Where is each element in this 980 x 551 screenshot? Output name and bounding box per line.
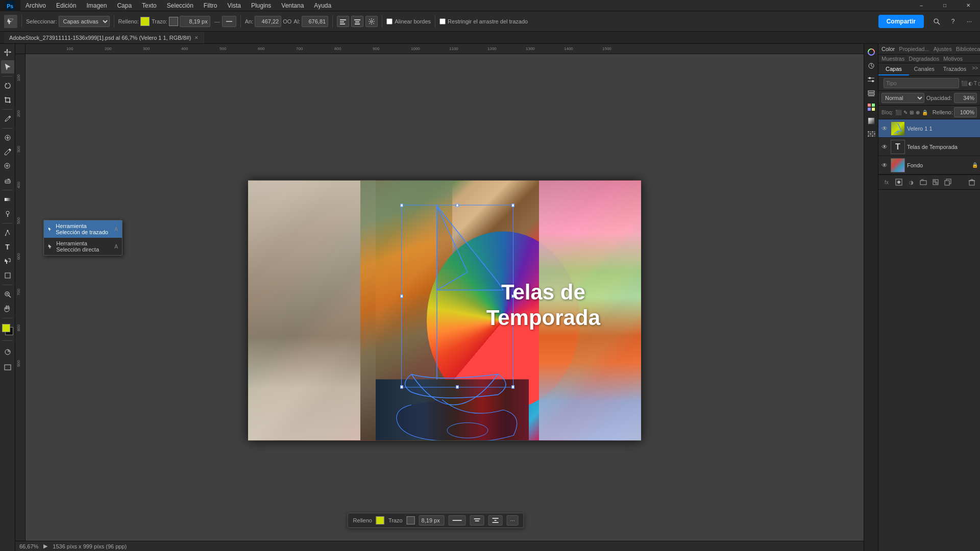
filter-shape-icon[interactable]: ◻ [978, 81, 980, 86]
zoom-tool[interactable] [1, 288, 14, 301]
color-panel-icon[interactable] [865, 46, 877, 58]
swatches-panel-label[interactable]: Muestras [881, 56, 904, 62]
layer-item-fondo[interactable]: 👁 Fondo 🔒 [878, 156, 980, 174]
menu-ayuda[interactable]: Ayuda [309, 0, 336, 11]
paths-tab[interactable]: Trazados [940, 63, 970, 76]
close-button[interactable]: ✕ [957, 0, 980, 11]
type-tool[interactable]: T [1, 240, 14, 254]
libraries-panel-label[interactable]: Bibliotecas [956, 46, 980, 52]
menu-imagen[interactable]: Imagen [81, 0, 112, 11]
opacity-input[interactable] [954, 93, 977, 103]
hand-tool[interactable] [1, 302, 14, 315]
selector-dropdown[interactable]: Capas activas [59, 16, 110, 27]
menu-plugins[interactable]: Plugins [246, 0, 276, 11]
menu-seleccion[interactable]: Selección [162, 0, 199, 11]
ellipsis-toolbar-btn[interactable]: ··· [963, 15, 976, 28]
layers-search-input[interactable] [884, 78, 959, 88]
align-left-btn[interactable] [337, 16, 349, 27]
healing-tool[interactable] [1, 131, 14, 144]
layer-item-text[interactable]: 👁 T Telas de Temporada [878, 138, 980, 156]
inline-stroke-swatch[interactable] [407, 516, 415, 524]
layer-copy-btn[interactable] [943, 177, 953, 187]
filter-type-icon[interactable]: T [974, 81, 977, 86]
fill-color-swatch[interactable] [140, 17, 150, 26]
path-selection-menu-item[interactable]: Herramienta Selección de trazado A [44, 220, 122, 238]
inline-stroke-style[interactable] [449, 515, 466, 525]
brush-tool[interactable] [1, 145, 14, 159]
gradients-panel-icon[interactable] [865, 115, 877, 127]
lock-artboard-icon[interactable]: ⊞ [910, 110, 914, 115]
layer-delete-btn[interactable] [967, 177, 977, 187]
adjustments-panel-icon[interactable] [865, 73, 877, 86]
filter-adjust-icon[interactable]: ◐ [968, 81, 973, 86]
crop-tool[interactable] [1, 93, 14, 107]
gradients-panel-label[interactable]: Degradados [909, 56, 939, 62]
layer-vis-text[interactable]: 👁 [880, 143, 889, 151]
layer-adjustment-btn[interactable]: ◑ [906, 177, 916, 187]
layer-vis-velero[interactable]: 👁 [880, 124, 889, 133]
adjustments-panel-label[interactable]: Ajustes [934, 46, 952, 52]
tab-close-btn[interactable]: ✕ [194, 35, 199, 40]
blend-mode-select[interactable]: Normal [881, 93, 924, 103]
menu-archivo[interactable]: Archivo [20, 0, 51, 11]
patterns-panel-label[interactable]: Motivos [943, 56, 963, 62]
layers-tab[interactable]: Capas [878, 63, 909, 76]
gradient-tool[interactable] [1, 193, 14, 206]
stroke-color-swatch[interactable] [169, 17, 178, 26]
menu-texto[interactable]: Texto [137, 0, 162, 11]
layers-expand-btn[interactable]: >> [970, 63, 980, 76]
direct-selection-menu-item[interactable]: Herramienta Selección directa A [44, 238, 122, 255]
channels-tab[interactable]: Canales [909, 63, 940, 76]
psd-canvas[interactable]: Telas de Temporada [248, 181, 641, 441]
width-input[interactable] [255, 16, 281, 27]
patterns-panel-icon[interactable] [865, 129, 877, 141]
swatches-panel-icon[interactable] [865, 101, 877, 113]
inline-fill-swatch[interactable] [376, 516, 384, 524]
help-toolbar-btn[interactable]: ? [946, 15, 960, 28]
inline-align-btn[interactable] [470, 515, 484, 525]
document-tab[interactable]: AdobeStock_273911111-1536x999[1].psd al … [4, 32, 204, 43]
color-panel-label[interactable]: Color [881, 46, 895, 52]
layer-fx-btn[interactable]: fx [881, 177, 892, 187]
search-toolbar-btn[interactable] [930, 15, 943, 28]
clone-tool[interactable] [1, 160, 14, 173]
libraries-panel-icon[interactable] [865, 87, 877, 99]
filter-pixel-icon[interactable]: ⬛ [961, 81, 967, 86]
layer-vis-fondo[interactable]: 👁 [880, 161, 889, 169]
minimize-button[interactable]: – [910, 0, 933, 11]
menu-filtro[interactable]: Filtro [199, 0, 223, 11]
layer-mask-btn[interactable] [894, 177, 904, 187]
stroke-size-input[interactable] [180, 16, 210, 27]
height-input[interactable] [302, 16, 328, 27]
maximize-button[interactable]: □ [933, 0, 957, 11]
shape-tool[interactable] [1, 269, 14, 282]
move-tool[interactable] [1, 46, 14, 59]
menu-edicion[interactable]: Edición [51, 0, 81, 11]
lock-px-icon[interactable]: ⬛ [895, 110, 901, 115]
eraser-tool[interactable] [1, 174, 14, 187]
properties-panel-label[interactable]: Propiedad... [899, 46, 929, 52]
stroke-style-btn[interactable] [222, 16, 236, 27]
eyedropper-tool[interactable] [1, 112, 14, 126]
inline-more-btn[interactable]: ··· [507, 515, 519, 525]
properties-panel-icon[interactable] [865, 60, 877, 72]
selection-tool[interactable] [1, 60, 14, 73]
settings-btn[interactable] [365, 16, 378, 27]
path-selection-tool[interactable] [1, 255, 14, 268]
inline-stroke-size[interactable] [419, 515, 445, 525]
lock-all-icon[interactable]: 🔒 [922, 110, 928, 115]
layer-group-btn[interactable] [918, 177, 928, 187]
constrain-checkbox[interactable] [439, 18, 446, 24]
layer-artboard-btn[interactable] [930, 177, 941, 187]
align-center-btn[interactable] [351, 16, 363, 27]
inline-distribute-btn[interactable] [488, 515, 503, 525]
quick-mask-btn[interactable] [1, 345, 14, 359]
foreground-color-swatch[interactable] [2, 324, 10, 332]
lock-move-icon[interactable]: ✎ [903, 110, 908, 115]
screen-mode-btn[interactable] [1, 361, 14, 374]
menu-capa[interactable]: Capa [112, 0, 137, 11]
lock-pos-icon[interactable]: ⊕ [916, 110, 920, 115]
fill-input[interactable] [954, 107, 977, 117]
share-button[interactable]: Compartir [878, 15, 924, 28]
dodge-tool[interactable] [1, 207, 14, 220]
